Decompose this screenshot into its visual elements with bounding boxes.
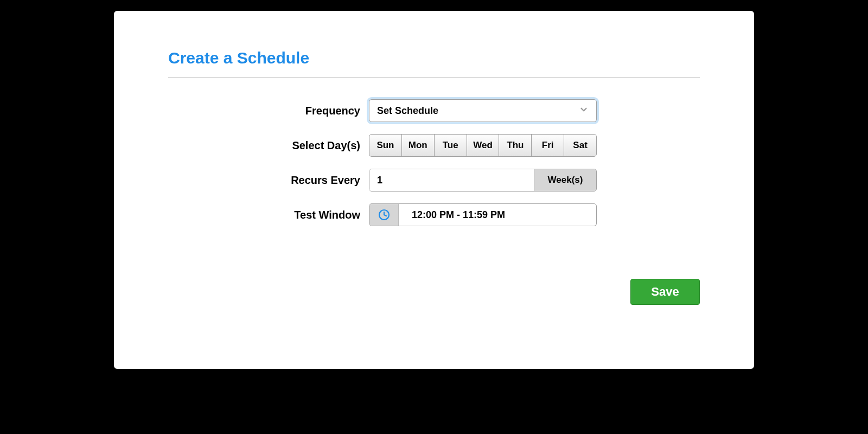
day-btn-tue[interactable]: Tue	[435, 135, 467, 156]
label-test-window: Test Window	[168, 209, 369, 221]
day-btn-sat[interactable]: Sat	[564, 135, 596, 156]
page-title: Create a Schedule	[168, 49, 700, 67]
label-recurs: Recurs Every	[168, 174, 369, 187]
clock-icon	[369, 204, 399, 226]
label-select-days: Select Day(s)	[168, 139, 369, 152]
row-select-days: Select Day(s) Sun Mon Tue Wed Thu Fri Sa…	[168, 134, 700, 157]
test-window-input[interactable]: 12:00 PM - 11:59 PM	[369, 203, 597, 226]
day-btn-mon[interactable]: Mon	[402, 135, 435, 156]
day-btn-thu[interactable]: Thu	[499, 135, 532, 156]
label-frequency: Frequency	[168, 105, 369, 117]
day-btn-wed[interactable]: Wed	[467, 135, 500, 156]
recurs-value-input[interactable]	[369, 169, 534, 191]
chevron-down-icon	[579, 105, 589, 117]
schedule-card: Create a Schedule Frequency Set Schedule…	[114, 11, 754, 369]
recurs-unit-label: Week(s)	[534, 169, 596, 191]
divider	[168, 77, 700, 78]
row-test-window: Test Window 12:00 PM - 11:59 PM	[168, 203, 700, 226]
row-frequency: Frequency Set Schedule	[168, 99, 700, 122]
frequency-select[interactable]: Set Schedule	[369, 99, 597, 122]
day-btn-fri[interactable]: Fri	[532, 135, 564, 156]
save-button[interactable]: Save	[630, 279, 700, 305]
row-recurs: Recurs Every Week(s)	[168, 169, 700, 192]
recurs-input-group: Week(s)	[369, 169, 597, 192]
day-selector: Sun Mon Tue Wed Thu Fri Sat	[369, 134, 597, 157]
frequency-selected-value: Set Schedule	[377, 105, 579, 117]
test-window-value: 12:00 PM - 11:59 PM	[399, 209, 518, 221]
day-btn-sun[interactable]: Sun	[369, 135, 402, 156]
